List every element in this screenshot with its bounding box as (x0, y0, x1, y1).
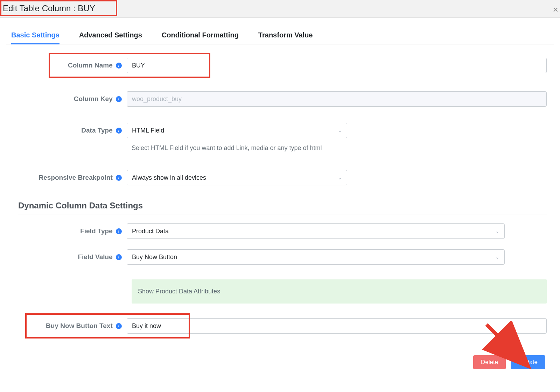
tabs-bar: Basic Settings Advanced Settings Conditi… (6, 26, 554, 44)
delete-button[interactable]: Delete (473, 355, 506, 369)
field-type-select[interactable]: Product Data ⌄ (127, 223, 505, 239)
label-responsive-breakpoint: Responsive Breakpoint i (13, 174, 127, 181)
data-type-select[interactable]: HTML Field ⌄ (127, 123, 347, 138)
tab-transform-value[interactable]: Transform Value (258, 26, 313, 44)
responsive-breakpoint-select[interactable]: Always show in all devices ⌄ (127, 170, 347, 185)
chevron-down-icon: ⌄ (495, 254, 499, 260)
field-value-value: Buy Now Button (132, 254, 177, 261)
label-field-type: Field Type i (13, 227, 127, 235)
section-heading-dynamic: Dynamic Column Data Settings (18, 201, 547, 214)
label-column-name: Column Name i (13, 62, 127, 69)
chevron-down-icon: ⌄ (338, 175, 342, 180)
column-name-input[interactable] (127, 58, 547, 73)
column-key-input (127, 91, 547, 107)
label-buy-now-button-text: Buy Now Button Text i (13, 322, 127, 330)
field-value-select[interactable]: Buy Now Button ⌄ (127, 249, 505, 265)
modal-title: Edit Table Column : BUY (3, 3, 95, 13)
info-icon[interactable]: i (116, 175, 122, 181)
show-product-data-attributes-panel[interactable]: Show Product Data Attributes (132, 279, 547, 304)
label-field-value: Field Value i (13, 253, 127, 261)
info-icon[interactable]: i (116, 254, 122, 260)
chevron-down-icon: ⌄ (495, 228, 499, 234)
field-type-value: Product Data (132, 228, 169, 235)
modal-footer: Delete Update (0, 337, 560, 374)
label-data-type: Data Type i (13, 127, 127, 134)
info-icon[interactable]: i (116, 228, 122, 234)
update-button[interactable]: Update (511, 355, 545, 369)
data-type-help-text: Select HTML Field if you want to add Lin… (132, 144, 547, 152)
tab-advanced-settings[interactable]: Advanced Settings (79, 26, 142, 44)
tab-basic-settings[interactable]: Basic Settings (11, 26, 59, 44)
chevron-down-icon: ⌄ (338, 128, 342, 133)
tab-conditional-formatting[interactable]: Conditional Formatting (162, 26, 239, 44)
info-icon[interactable]: i (116, 96, 122, 102)
info-icon[interactable]: i (116, 323, 122, 329)
info-icon[interactable]: i (116, 63, 122, 69)
info-icon[interactable]: i (116, 128, 122, 134)
responsive-breakpoint-value: Always show in all devices (132, 174, 206, 181)
buy-now-button-text-input[interactable] (127, 318, 547, 334)
data-type-value: HTML Field (132, 127, 164, 134)
close-icon[interactable]: ✕ (553, 6, 559, 13)
modal-header: Edit Table Column : BUY ✕ (0, 0, 560, 18)
label-column-key: Column Key i (13, 95, 127, 103)
